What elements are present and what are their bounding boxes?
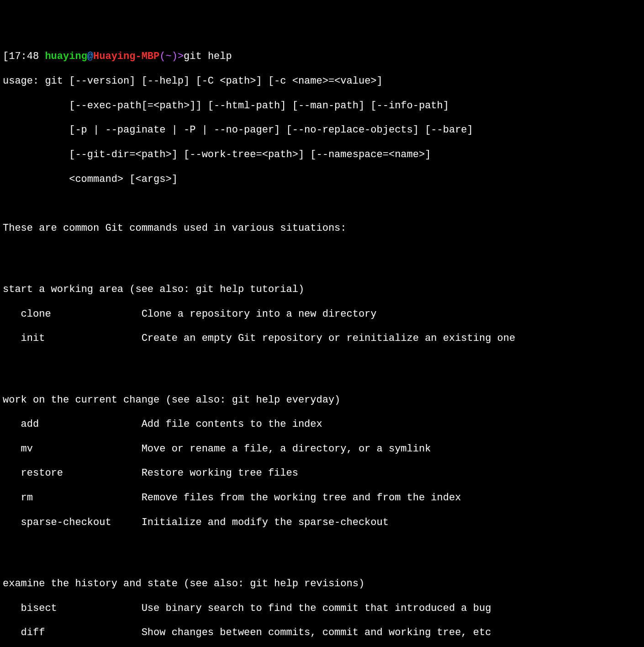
prompt-path-open: ( (159, 51, 165, 62)
prompt-bracket-open: [ (3, 51, 9, 62)
prompt-user: huaying (45, 51, 87, 62)
usage-line: [--git-dir=<path>] [--work-tree=<path>] … (3, 149, 641, 161)
section-title: examine the history and state (see also:… (3, 578, 641, 590)
blank-line (3, 198, 641, 210)
usage-line: [--exec-path[=<path>]] [--html-path] [--… (3, 100, 641, 112)
usage-line: usage: git [--version] [--help] [-C <pat… (3, 75, 641, 88)
usage-line: [-p | --paginate | -P | --no-pager] [--n… (3, 124, 641, 137)
typed-command: git help (184, 51, 232, 62)
command-name: rm (21, 492, 142, 504)
command-row: bisectUse binary search to find the comm… (3, 603, 641, 615)
command-row: addAdd file contents to the index (3, 419, 641, 431)
command-name: mv (21, 443, 142, 456)
command-row: cloneClone a repository into a new direc… (3, 308, 641, 321)
usage-line: <command> [<args>] (3, 174, 641, 186)
command-row: mvMove or rename a file, a directory, or… (3, 443, 641, 456)
command-row: rmRemove files from the working tree and… (3, 492, 641, 504)
prompt-arrow-icon: > (178, 51, 184, 62)
command-desc: Use binary search to find the commit tha… (142, 603, 491, 614)
command-name: diff (21, 627, 142, 639)
blank-line (3, 541, 641, 553)
blank-line (3, 247, 641, 260)
command-name: bisect (21, 603, 142, 615)
command-name: add (21, 419, 142, 431)
command-desc: Show changes between commits, commit and… (142, 627, 491, 638)
command-name: clone (21, 308, 142, 321)
section-title: start a working area (see also: git help… (3, 284, 641, 296)
command-name: restore (21, 467, 142, 480)
command-name: init (21, 333, 142, 345)
prompt-host: Huaying-MBP (93, 51, 159, 62)
command-desc: Add file contents to the index (142, 419, 322, 430)
command-desc: Remove files from the working tree and f… (142, 492, 461, 504)
command-desc: Restore working tree files (142, 467, 298, 479)
prompt-time: 17:48 (9, 51, 39, 62)
command-desc: Create an empty Git repository or reinit… (142, 333, 516, 344)
command-desc: Move or rename a file, a directory, or a… (142, 443, 431, 455)
command-desc: Clone a repository into a new directory (142, 308, 377, 320)
blank-line (3, 357, 641, 370)
prompt-line[interactable]: [17:48 huaying@Huaying-MBP(~)>git help (3, 51, 641, 63)
command-desc: Initialize and modify the sparse-checkou… (142, 517, 389, 528)
command-row: diffShow changes between commits, commit… (3, 627, 641, 639)
intro-text: These are common Git commands used in va… (3, 223, 641, 235)
command-name: sparse-checkout (21, 517, 142, 529)
prompt-at: @ (87, 51, 93, 62)
prompt-path-close: ) (172, 51, 178, 62)
section-title: work on the current change (see also: gi… (3, 394, 641, 407)
command-row: sparse-checkoutInitialize and modify the… (3, 517, 641, 529)
prompt-path: ~ (165, 51, 171, 62)
command-row: restoreRestore working tree files (3, 467, 641, 480)
command-row: initCreate an empty Git repository or re… (3, 333, 641, 345)
